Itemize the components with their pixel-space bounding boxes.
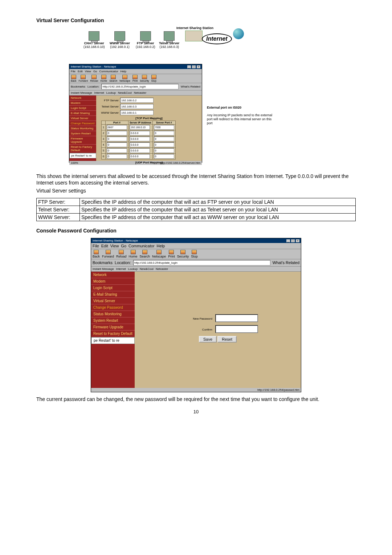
server-port-input[interactable] xyxy=(154,154,174,159)
maximize-button[interactable]: □ xyxy=(291,239,295,242)
confirm-password-input[interactable] xyxy=(215,325,258,333)
ip-input[interactable] xyxy=(130,142,150,147)
location-input[interactable] xyxy=(101,84,179,89)
ip-input[interactable] xyxy=(130,137,150,141)
new-password-input[interactable] xyxy=(215,314,258,322)
ip-input[interactable] xyxy=(130,125,150,130)
sidebar-item-virtual-server[interactable]: Virtual Server xyxy=(69,116,96,121)
menu-go[interactable]: Go xyxy=(121,244,126,248)
server-port-input[interactable] xyxy=(154,125,174,130)
link-lookup[interactable]: Lookup xyxy=(106,91,116,94)
netscape-button[interactable]: Netscape xyxy=(119,75,130,82)
sidebar-item-firmware-upgrade[interactable]: Firmware Upgrade xyxy=(69,136,96,145)
port-input[interactable] xyxy=(107,137,127,141)
reload-button[interactable]: Reload xyxy=(90,75,98,82)
sidebar-item-reset-factory[interactable]: Reset to Factory Default xyxy=(69,145,96,153)
print-button[interactable]: Print xyxy=(168,250,175,258)
close-button[interactable]: × xyxy=(197,65,200,68)
stop-button[interactable]: Stop xyxy=(191,250,198,258)
menu-view[interactable]: View xyxy=(85,70,91,73)
sidebar-item-system-restart[interactable]: System Restart xyxy=(69,131,96,136)
ip-input[interactable] xyxy=(130,148,150,153)
maximize-button[interactable]: □ xyxy=(192,65,196,68)
link-instant-message[interactable]: Instant Message xyxy=(71,91,92,94)
server-port-input[interactable] xyxy=(154,148,174,153)
sidebar-item-login-script[interactable]: Login Script xyxy=(69,106,96,111)
reset-button[interactable]: Reset xyxy=(217,336,237,343)
whats-related-button[interactable]: What's Related xyxy=(273,260,299,265)
link-internet[interactable]: Internet xyxy=(94,91,104,94)
sidebar-item-status-monitoring[interactable]: Status Monitoring xyxy=(91,311,135,317)
minimize-button[interactable]: _ xyxy=(187,65,191,68)
link-internet[interactable]: Internet xyxy=(116,267,126,271)
security-button[interactable]: Security xyxy=(177,250,189,258)
link-lookup[interactable]: Lookup xyxy=(128,267,138,271)
reload-button[interactable]: Reload xyxy=(116,250,127,258)
menu-view[interactable]: View xyxy=(110,244,119,248)
link-netcaster[interactable]: Netcaster xyxy=(156,267,168,271)
menu-edit[interactable]: Edit xyxy=(101,244,108,248)
menu-file[interactable]: File xyxy=(93,244,99,248)
minimize-button[interactable]: _ xyxy=(286,239,290,242)
link-instant-message[interactable]: Instant Message xyxy=(93,267,114,271)
sidebar-item-reset-factory[interactable]: Reset to Factory Default xyxy=(91,331,135,337)
sidebar-item-login-script[interactable]: Login Script xyxy=(91,285,135,291)
sidebar-item-email-sharing[interactable]: E-Mail Sharing xyxy=(91,291,135,298)
virtual-server-panel: FTP Server Telnet Server WWW Server [TCP… xyxy=(96,96,202,161)
home-button[interactable]: Home xyxy=(100,75,107,82)
sidebar-item-firmware-upgrade[interactable]: Firmware Upgrade xyxy=(91,324,135,331)
telnet-server-input[interactable] xyxy=(120,104,154,109)
save-button[interactable]: Save xyxy=(199,336,217,343)
port-input[interactable] xyxy=(107,142,127,147)
sidebar-item-system-restart[interactable]: System Restart xyxy=(91,317,135,324)
port-input[interactable] xyxy=(107,131,127,135)
whats-related-button[interactable]: What's Related xyxy=(181,85,200,88)
menu-edit[interactable]: Edit xyxy=(78,70,83,73)
bookmarks-button[interactable]: Bookmarks xyxy=(93,260,113,265)
ftp-server-input[interactable] xyxy=(120,98,154,103)
link-netcaster[interactable]: Netcaster xyxy=(134,91,146,94)
ip-input[interactable] xyxy=(130,131,150,135)
server-port-input[interactable] xyxy=(154,142,174,147)
location-input[interactable] xyxy=(133,260,270,266)
netscape-button[interactable]: Netscape xyxy=(152,250,166,258)
sidebar-item-network[interactable]: Network xyxy=(69,96,96,101)
forward-button[interactable]: Forward xyxy=(102,250,114,258)
port-input[interactable] xyxy=(107,154,127,159)
close-button[interactable]: × xyxy=(296,239,299,242)
sidebar-item-change-password[interactable]: Change Password xyxy=(91,304,135,311)
server-port-input[interactable] xyxy=(154,131,174,135)
sidebar-item-virtual-server[interactable]: Virtual Server xyxy=(91,298,135,304)
link-newcool[interactable]: New&Cool xyxy=(140,267,154,271)
stop-button[interactable]: Stop xyxy=(151,75,156,82)
window-title: Internet Sharing Station - Netscape xyxy=(93,239,138,242)
ip-input[interactable] xyxy=(130,154,150,159)
port-input[interactable] xyxy=(107,148,127,153)
back-button[interactable]: Back xyxy=(93,250,100,258)
server-port-input[interactable] xyxy=(154,137,174,141)
print-button[interactable]: Print xyxy=(132,75,138,82)
search-button[interactable]: Search xyxy=(140,250,150,258)
table-row: 1 xyxy=(102,125,176,130)
bookmarks-button[interactable]: Bookmarks xyxy=(71,85,85,88)
menu-help[interactable]: Help xyxy=(121,70,126,73)
back-button[interactable]: Back xyxy=(71,75,77,82)
sidebar-item-change-password[interactable]: Change Password xyxy=(69,121,96,126)
menu-go[interactable]: Go xyxy=(93,70,97,73)
port-input[interactable] xyxy=(107,125,127,130)
sidebar-item-modem[interactable]: Modem xyxy=(69,101,96,106)
search-button[interactable]: Search xyxy=(109,75,117,82)
link-newcool[interactable]: New&Cool xyxy=(118,91,132,94)
forward-button[interactable]: Forward xyxy=(79,75,88,82)
sidebar-item-email-sharing[interactable]: E-Mail Sharing xyxy=(69,111,96,116)
security-button[interactable]: Security xyxy=(140,75,149,82)
menu-communicator[interactable]: Communicator xyxy=(99,70,118,73)
sidebar-item-modem[interactable]: Modem xyxy=(91,278,135,285)
sidebar-item-status-monitoring[interactable]: Status Monitoring xyxy=(69,126,96,131)
sidebar-item-network[interactable]: Network xyxy=(91,272,135,278)
menu-help[interactable]: Help xyxy=(157,244,165,248)
home-button[interactable]: Home xyxy=(129,250,138,258)
www-server-input[interactable] xyxy=(120,110,154,115)
menu-communicator[interactable]: Communicator xyxy=(128,244,155,248)
menu-file[interactable]: File xyxy=(71,70,75,73)
